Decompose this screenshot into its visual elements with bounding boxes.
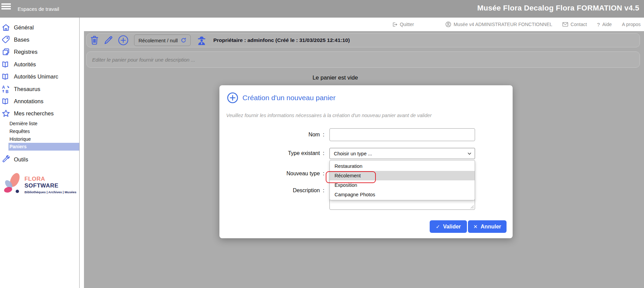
nouveau-type-label: Nouveau type : [219, 171, 324, 177]
plus-circle-icon [227, 92, 238, 104]
type-existant-select[interactable]: Choisir un type ... [329, 148, 475, 159]
basket-description-bar[interactable]: Editer le panier pour fournir une descri… [86, 51, 640, 68]
quitter-button[interactable]: Quitter [392, 22, 414, 27]
open-book-icon [2, 72, 10, 81]
edit-basket-button[interactable] [104, 36, 113, 45]
modal-subtitle: Veuillez fournir les informations nécess… [226, 113, 432, 118]
sidebar-item-outils[interactable]: Outils [0, 154, 79, 166]
open-book-icon [2, 97, 10, 106]
sidebar-subitem-derniere-liste[interactable]: Dernière liste [0, 120, 79, 128]
dropdown-option-exposition[interactable]: Exposition [330, 180, 475, 190]
owner-info: Propriétaire : adminfonc (Créé le : 31/0… [213, 37, 350, 43]
open-book-icon [2, 60, 10, 69]
workspace-label: Espaces de travail [18, 0, 59, 18]
sidebar-item-general[interactable]: Général [0, 21, 79, 34]
star-icon [2, 109, 10, 118]
sidebar-subitem-historique[interactable]: Historique [0, 135, 79, 143]
mail-icon [562, 22, 568, 27]
close-icon: ✕ [473, 224, 478, 230]
question-icon: ? [597, 22, 600, 27]
logout-icon [392, 22, 398, 27]
a-propos-button[interactable]: A propos [622, 22, 641, 27]
select-value: Choisir un type ... [334, 151, 372, 156]
basket-toolbar: Récolement / null Propriétaire : adminfo… [86, 33, 640, 47]
sidebar: Général Bases Registres Autorités Autori… [0, 18, 80, 288]
nom-label: Nom : [219, 132, 324, 138]
description-label: Description : [219, 187, 324, 194]
resize-handle-icon[interactable] [470, 205, 474, 209]
dropdown-option-recolement-highlighted[interactable]: Récolement [330, 171, 475, 180]
type-existant-label: Type existant : [219, 150, 324, 156]
create-basket-modal: Création d'un nouveau panier Veuillez fo… [219, 85, 513, 238]
nom-input[interactable] [329, 128, 475, 141]
flora-petals-icon [3, 171, 22, 195]
valider-button[interactable]: ✓ Valider [430, 220, 467, 233]
add-basket-button[interactable] [118, 35, 129, 46]
app-title: Musée Flora Decalog Flora FORMATION v4.5 [477, 0, 639, 16]
annuler-button[interactable]: ✕ Annuler [468, 220, 507, 233]
sidebar-subitem-requetes[interactable]: Requêtes [0, 128, 79, 135]
plus-circle-icon [118, 35, 129, 46]
sidebar-item-autorites-unimarc[interactable]: Autorités Unimarc [0, 71, 79, 83]
registers-icon [2, 48, 10, 56]
owner-spy-icon [197, 36, 207, 45]
dropdown-option-restauration[interactable]: Restauration [330, 161, 475, 171]
flora-software-logo: FLORA SOFTWARE Bibliothèques | Archives … [3, 171, 77, 195]
check-icon: ✓ [436, 224, 440, 230]
delete-basket-button[interactable] [90, 36, 99, 45]
tag-icon [2, 36, 10, 44]
description-placeholder: Editer le panier pour fournir une descri… [92, 57, 195, 63]
trash-icon [90, 36, 99, 45]
home-icon [2, 23, 10, 32]
user-account-button[interactable]: Musée v4 ADMINISTRATEUR FONCTIONNEL [445, 21, 552, 27]
basket-selector-button[interactable]: Récolement / null [134, 35, 191, 46]
wrench-icon [2, 155, 10, 164]
hamburger-menu-icon[interactable] [1, 3, 11, 9]
type-dropdown-list: Restauration Récolement Exposition Campa… [329, 160, 475, 200]
svg-text:B: B [5, 89, 8, 93]
aide-button[interactable]: ? Aide [597, 22, 611, 27]
sidebar-item-registres[interactable]: Registres [0, 46, 79, 58]
empty-basket-message: Le panier est vide [84, 74, 586, 81]
sidebar-subitem-paniers-selected[interactable]: Paniers [8, 143, 79, 151]
top-header-bar: Espaces de travail Musée Flora Decalog F… [0, 0, 644, 18]
contact-button[interactable]: Contact [562, 22, 587, 27]
secondary-nav-bar: Quitter Musée v4 ADMINISTRATEUR FONCTION… [0, 18, 644, 31]
sidebar-item-autorites[interactable]: Autorités [0, 58, 79, 70]
svg-text:A: A [2, 85, 5, 90]
sort-az-icon: AB [2, 85, 10, 93]
user-icon [445, 21, 451, 27]
chevron-down-icon [468, 152, 471, 155]
modal-title: Création d'un nouveau panier [242, 94, 336, 102]
sidebar-item-bases[interactable]: Bases [0, 34, 79, 46]
dropdown-option-campagne-photos[interactable]: Campagne Photos [330, 190, 475, 199]
sidebar-item-mes-recherches[interactable]: Mes recherches [0, 108, 79, 120]
refresh-icon [181, 38, 186, 43]
pencil-icon [104, 36, 113, 45]
sidebar-item-annotations[interactable]: Annotations [0, 95, 79, 107]
sidebar-item-thesaurus[interactable]: AB Thesaurus [0, 83, 79, 95]
